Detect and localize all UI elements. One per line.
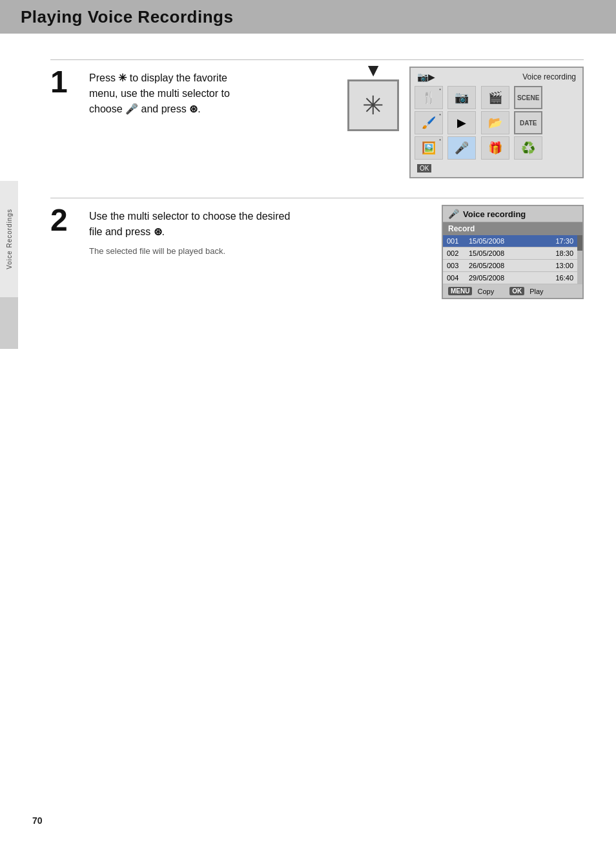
step-1-content: Press ✳ to display the favorite menu, us…: [89, 67, 328, 178]
play-label: Play: [529, 288, 543, 295]
side-label: Voice Recordings: [0, 181, 18, 297]
cam-cell-date: DATE: [514, 111, 542, 134]
cam-cell-gift: 🎁: [481, 136, 509, 160]
vr-panel-inner: 001 15/05/2008 17:30 002 15/05/2008 18:3…: [443, 235, 582, 284]
camera-menu-footer: OK: [415, 163, 579, 173]
cam-cell-camera: 📷: [447, 86, 476, 109]
step-2-content: Use the multi selector to choose the des…: [89, 205, 422, 299]
cam-cell-fork: 🍴*: [415, 86, 443, 109]
star-button-image: ✳: [347, 79, 399, 131]
step-2-number: 2: [50, 205, 76, 299]
header-bar: Playing Voice Recordings: [0, 0, 616, 34]
arrow-down-icon: ▼: [364, 60, 382, 81]
camera-icon: 📷▶: [417, 72, 435, 82]
menu-button-label[interactable]: MENU: [448, 287, 472, 295]
top-divider: [50, 59, 584, 60]
main-content: 1 Press ✳ to display the favorite menu, …: [18, 34, 616, 338]
page-title: Playing Voice Recordings: [21, 7, 233, 27]
step-divider: [50, 198, 584, 198]
camera-menu-header: 📷▶ Voice recording: [415, 72, 579, 82]
step-2-text: Use the multi selector to choose the des…: [89, 209, 367, 240]
voice-recording-panel: 🎤 Voice recording Record 001 15/05/2008 …: [442, 205, 584, 299]
cam-cell-image: 🖼️*: [415, 136, 443, 160]
vr-list-row-4[interactable]: 004 29/05/2008 16:40: [443, 272, 577, 284]
vr-header: 🎤 Voice recording: [443, 206, 582, 222]
cam-cell-play: ▶: [447, 111, 476, 134]
step-1: 1 Press ✳ to display the favorite menu, …: [50, 67, 584, 178]
vr-list-area: 001 15/05/2008 17:30 002 15/05/2008 18:3…: [443, 235, 577, 284]
step-2-image: 🎤 Voice recording Record 001 15/05/2008 …: [442, 205, 584, 299]
vr-list-row-3[interactable]: 003 26/05/2008 13:00: [443, 260, 577, 272]
side-tab: [0, 297, 18, 349]
vr-footer: MENU Copy OK Play: [443, 284, 582, 298]
mic-icon: 🎤: [448, 209, 459, 219]
cam-cell-video: 🎬: [481, 86, 509, 109]
vr-scrollbar[interactable]: [577, 235, 582, 284]
step-1-image: ▼ ✳ 📷▶ Voice recording 🍴* 📷 🎬 SCENE: [347, 67, 584, 178]
step-1-number: 1: [50, 67, 76, 178]
ok-button-label[interactable]: OK: [509, 287, 524, 295]
step-2-note: The selected file will be played back.: [89, 246, 422, 256]
step-1-text: Press ✳ to display the favorite menu, us…: [89, 70, 328, 117]
vr-record-row: Record: [443, 222, 582, 235]
cam-cell-scene: SCENE: [514, 86, 542, 109]
copy-label: Copy: [477, 288, 494, 295]
step-2: 2 Use the multi selector to choose the d…: [50, 205, 584, 299]
camera-menu: 📷▶ Voice recording 🍴* 📷 🎬 SCENE 🖌️* ▶: [409, 67, 584, 178]
page-number: 70: [32, 815, 43, 826]
cam-cell-folder: 📂: [481, 111, 509, 134]
cam-cell-mic: 🎤: [447, 136, 476, 160]
camera-grid: 🍴* 📷 🎬 SCENE 🖌️* ▶ 📂 DATE 🖼️* 🎤: [415, 86, 579, 160]
vr-list-row-2[interactable]: 002 15/05/2008 18:30: [443, 247, 577, 260]
vr-list-row-1[interactable]: 001 15/05/2008 17:30: [443, 235, 577, 247]
cam-cell-paint: 🖌️*: [415, 111, 443, 134]
vr-scroll-thumb[interactable]: [577, 235, 582, 251]
cam-cell-recycle: ♻️: [514, 136, 542, 160]
